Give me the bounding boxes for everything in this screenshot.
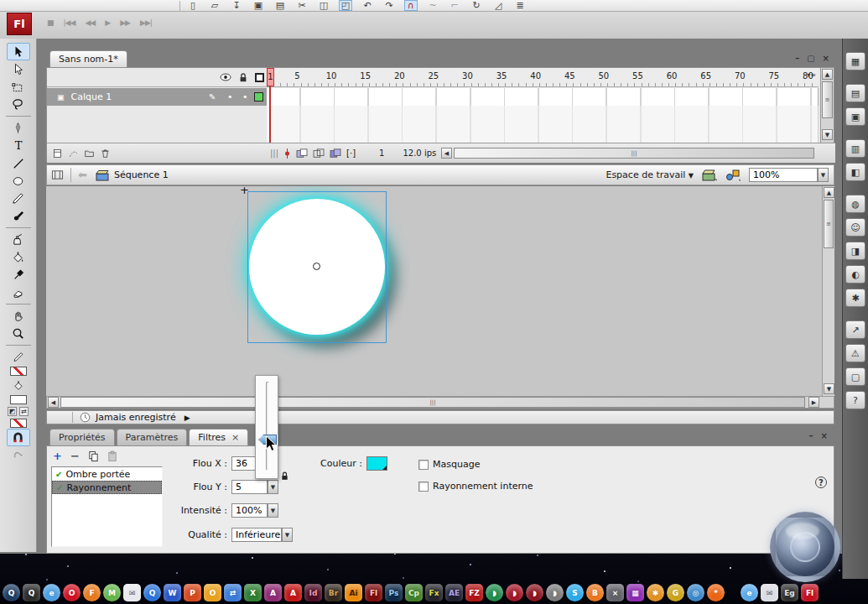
scroll-down-icon[interactable]: ▼ [822, 129, 833, 140]
redo-icon[interactable]: ↷ [382, 0, 396, 11]
print-icon[interactable]: ▤ [273, 0, 287, 11]
minimize-icon[interactable]: – [795, 54, 799, 63]
eyedropper-tool[interactable] [7, 266, 30, 284]
smooth-icon[interactable]: ~ [426, 0, 439, 11]
powerpoint-icon[interactable]: P [184, 584, 201, 601]
actions-panel-button[interactable]: ✱ [845, 289, 865, 307]
restore-icon[interactable]: ▢ [807, 54, 814, 63]
onion-skin-outlines-icon[interactable] [313, 148, 325, 159]
import-icon[interactable]: ↧ [230, 0, 243, 11]
paste-filter-icon[interactable] [107, 450, 117, 462]
frame-rate-value[interactable]: 12.0 ips [403, 148, 436, 158]
panel-grip[interactable]: ||| [270, 148, 278, 158]
scroll-up-icon[interactable]: ▲ [824, 187, 834, 198]
skype-icon[interactable]: S [566, 584, 584, 601]
close-icon[interactable]: × [823, 54, 829, 63]
snap-tool[interactable] [7, 429, 30, 446]
launch-button[interactable]: ↗ [845, 320, 865, 339]
close-icon[interactable]: × [821, 431, 828, 440]
brush-tool[interactable] [7, 207, 30, 225]
firefox-icon[interactable]: F [83, 584, 101, 601]
modify-onion-markers-icon[interactable]: [·] [346, 148, 356, 158]
outline-layers-icon[interactable] [255, 73, 264, 82]
new-layer-icon[interactable] [52, 148, 63, 159]
lock-layers-icon[interactable] [238, 72, 248, 83]
document-tab[interactable]: Sans nom-1* [49, 50, 127, 67]
inner-glow-checkbox[interactable] [418, 482, 429, 492]
opera-icon[interactable]: O [63, 584, 81, 601]
smooth-option[interactable] [7, 446, 30, 464]
fill-color-icon[interactable] [7, 377, 30, 394]
tab-parametres[interactable]: Paramètres [117, 429, 188, 445]
step-forward-button[interactable]: ▶▶ [120, 18, 130, 27]
motion-guide-icon[interactable] [68, 148, 79, 159]
blur-y-input[interactable]: 5 [231, 480, 268, 494]
bridge-icon[interactable]: Br [325, 584, 342, 601]
quality-dropdown-icon[interactable]: ▼ [282, 528, 293, 542]
pen-tool[interactable] [7, 119, 30, 137]
exchange-icon[interactable]: ⇄ [224, 584, 242, 601]
show-hide-layers-icon[interactable] [220, 72, 231, 82]
disc-crimson-icon[interactable]: ◗ [526, 584, 543, 601]
outlook-icon[interactable]: O [204, 584, 221, 601]
ie-alt-icon[interactable]: e [741, 584, 758, 601]
scene-name[interactable]: Séquence 1 [114, 169, 169, 180]
pencil-tool[interactable] [7, 190, 30, 207]
access-icon[interactable]: A [264, 584, 282, 601]
timeline-hscroll-thumb[interactable]: ||| [454, 148, 814, 159]
align-icon[interactable]: ≣ [513, 0, 527, 11]
zoom-dropdown-icon[interactable]: ▼ [818, 168, 829, 182]
tab-proprietes[interactable]: Propriétés [49, 429, 115, 445]
step-back-button[interactable]: ◀◀ [85, 18, 95, 27]
back-arrow-icon[interactable]: ⬅ [78, 169, 87, 181]
quicktime-alt-icon[interactable]: Q [3, 584, 20, 601]
safari-icon[interactable]: ◎ [687, 584, 704, 601]
no-color-button[interactable] [10, 419, 27, 428]
burst-app-icon[interactable]: * [707, 584, 725, 601]
accessibility-panel-button[interactable]: ☺ [845, 218, 865, 237]
playhead[interactable]: 1 [267, 68, 274, 86]
stage[interactable]: + ▲ ≡ ▼ [46, 186, 834, 396]
zoom-tool[interactable] [7, 325, 30, 342]
free-transform-tool[interactable] [7, 78, 30, 96]
workspace-menu[interactable]: Espace de travail ▼ [606, 169, 694, 180]
edit-multiple-frames-icon[interactable] [330, 148, 341, 159]
go-to-end-button[interactable]: ▶▶| [140, 18, 152, 27]
blender-icon[interactable]: B [586, 584, 604, 601]
eraser-tool[interactable] [7, 284, 30, 301]
scale-icon[interactable]: ◿ [491, 0, 505, 11]
illustrator-icon[interactable]: Ai [345, 584, 362, 601]
strength-slider-icon[interactable]: ▼ [268, 503, 278, 518]
search-app-icon[interactable]: Q [23, 584, 40, 601]
monitor-button[interactable]: ▢ [845, 367, 865, 386]
media-app-icon[interactable]: G [667, 584, 684, 601]
copy-icon[interactable]: ◫ [317, 0, 330, 11]
layer-row[interactable]: ▣ Calque 1 ✎ • • [47, 88, 267, 106]
link-blur-lock-icon[interactable] [280, 471, 289, 482]
subselection-tool[interactable] [7, 60, 30, 78]
copy-filter-icon[interactable] [88, 450, 99, 462]
gear-app-icon[interactable]: ✱ [647, 584, 664, 601]
center-frame-icon[interactable] [283, 148, 291, 159]
layer-outline-color-swatch[interactable] [254, 92, 263, 102]
help-icon[interactable]: ? [815, 476, 827, 488]
filezilla-icon[interactable]: FZ [465, 584, 483, 601]
paint-bucket-tool[interactable] [7, 248, 30, 266]
rotate-icon[interactable]: ↻ [470, 0, 483, 11]
warnings-button[interactable]: ⚠ [845, 344, 865, 362]
filter-enabled-check-icon[interactable]: ✔ [55, 470, 62, 479]
zoom-level-input[interactable]: 100% [749, 168, 818, 182]
flash-app-logo[interactable]: Fl [7, 13, 32, 35]
layer-folder-icon[interactable] [84, 148, 95, 159]
stage-vscroll-thumb[interactable]: ≡ [824, 200, 834, 248]
components-panel-button[interactable]: ◧ [845, 163, 865, 181]
onion-skin-icon[interactable] [296, 148, 308, 159]
tab-filtres[interactable]: Filtres× [189, 429, 248, 445]
cut-icon[interactable]: ✂ [295, 0, 309, 11]
internet-explorer-icon[interactable]: e [43, 584, 60, 601]
stage-vscrollbar[interactable]: ▲ ≡ ▼ [822, 186, 834, 396]
remove-filter-icon[interactable]: − [70, 450, 80, 462]
glow-color-swatch[interactable] [366, 456, 387, 471]
hand-tool[interactable] [7, 307, 30, 325]
mail-alt-icon[interactable]: ✉ [761, 584, 778, 601]
